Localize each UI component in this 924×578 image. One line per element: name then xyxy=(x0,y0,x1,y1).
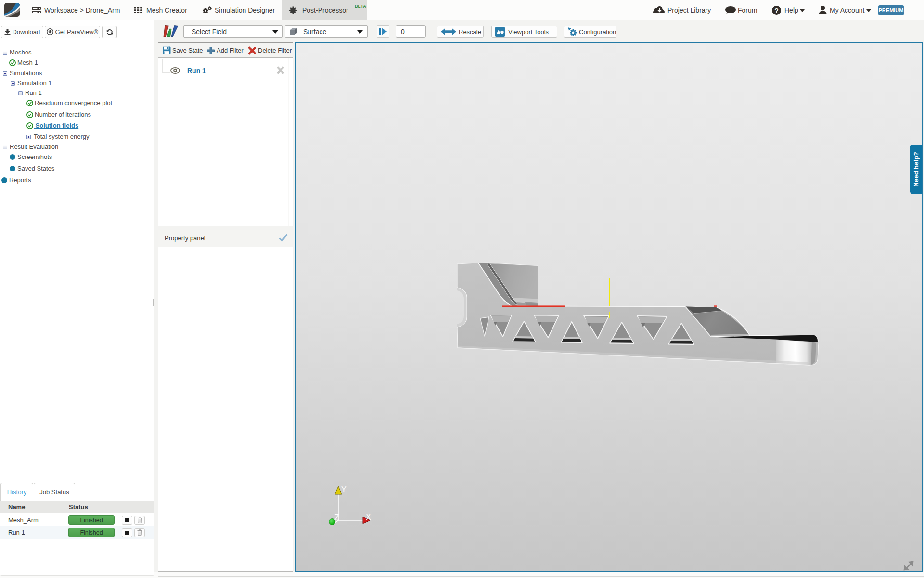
svg-text:X: X xyxy=(366,513,371,521)
svg-text:Y: Y xyxy=(341,486,346,494)
svg-text:Run 1: Run 1 xyxy=(187,67,206,75)
svg-text:Z: Z xyxy=(334,513,339,522)
svg-text:?: ? xyxy=(774,7,779,14)
